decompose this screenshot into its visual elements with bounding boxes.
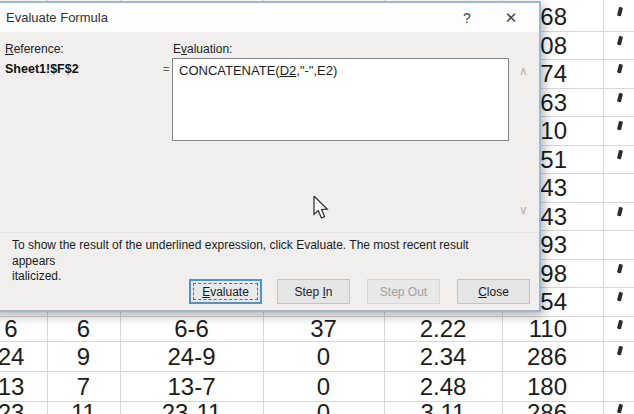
cell-value[interactable]: 7 xyxy=(47,372,120,402)
sheet-row: 24924-902.34286 xyxy=(0,342,634,372)
separator xyxy=(0,232,539,233)
screen: 6808746310514343939854 666-6372.22110249… xyxy=(0,0,634,414)
formula-text: CONCATENATE(D2,"-",E2) xyxy=(179,63,337,78)
evaluation-label: Evaluation: xyxy=(173,42,232,56)
mouse-cursor-icon xyxy=(313,196,333,222)
tick-mark xyxy=(617,292,623,302)
evaluate-formula-dialog: Evaluate Formula ? ✕ Reference: Evaluati… xyxy=(0,1,541,312)
cell-value[interactable]: 9 xyxy=(47,342,120,372)
tick-mark xyxy=(617,404,623,414)
cell-value[interactable]: 286 xyxy=(502,400,603,414)
tick-mark xyxy=(617,64,623,74)
dialog-help-text: To show the result of the underlined exp… xyxy=(12,238,504,285)
cell-value[interactable]: 0 xyxy=(263,372,384,402)
tick-mark xyxy=(617,121,623,131)
cell-value[interactable]: 6-6 xyxy=(120,316,263,342)
formula-underlined-ref: D2 xyxy=(280,63,297,78)
tick-mark xyxy=(617,149,623,159)
cell-value[interactable]: 2.48 xyxy=(384,372,502,402)
dialog-title: Evaluate Formula xyxy=(6,10,108,25)
evaluation-box[interactable]: CONCATENATE(D2,"-",E2) xyxy=(172,58,509,141)
evaluate-button[interactable]: Evaluate xyxy=(189,279,262,304)
cell-value[interactable]: 3.11 xyxy=(384,400,502,414)
tick-mark xyxy=(617,320,623,330)
step-in-button[interactable]: Step In xyxy=(277,279,350,304)
reference-label: Reference: xyxy=(5,42,64,56)
dialog-titlebar[interactable]: Evaluate Formula ? ✕ xyxy=(0,3,539,32)
scroll-down-icon[interactable]: ∨ xyxy=(519,203,528,217)
cell-value[interactable]: 6 xyxy=(0,316,47,342)
cell-value[interactable]: 0 xyxy=(263,400,384,414)
close-button[interactable]: Close xyxy=(457,279,530,304)
cell-value[interactable]: 23-11 xyxy=(120,400,263,414)
scroll-up-icon[interactable]: ∧ xyxy=(519,64,528,78)
cell-value[interactable]: 24 xyxy=(0,342,47,372)
cell-value[interactable]: 6 xyxy=(47,316,120,342)
reference-value: Sheet1!$F$2 xyxy=(5,62,79,76)
cell-value[interactable]: 24-9 xyxy=(120,342,263,372)
tick-mark xyxy=(617,263,623,273)
help-icon[interactable]: ? xyxy=(450,6,484,29)
cell-value[interactable]: 23 xyxy=(0,400,47,414)
cell-value[interactable]: 0 xyxy=(263,342,384,372)
close-icon[interactable]: ✕ xyxy=(494,6,528,29)
cell-value[interactable]: 2.22 xyxy=(384,316,502,342)
cell-value[interactable]: 110 xyxy=(502,316,603,342)
sheet-row: 666-6372.22110 xyxy=(0,316,634,342)
cell-value[interactable]: 180 xyxy=(502,372,603,402)
cell-value[interactable]: 13-7 xyxy=(120,372,263,402)
tick-mark xyxy=(617,92,623,102)
sheet-row: 231123-1103.11286 xyxy=(0,400,634,414)
sheet-row: 13713-702.48180 xyxy=(0,372,634,402)
cell-value[interactable]: 11 xyxy=(47,400,120,414)
tick-mark xyxy=(617,35,623,45)
cell-value[interactable]: 2.34 xyxy=(384,342,502,372)
cell-value[interactable]: 13 xyxy=(0,372,47,402)
cell-value[interactable]: 37 xyxy=(263,316,384,342)
cell-value[interactable]: 286 xyxy=(502,342,603,372)
equals-sign: = xyxy=(163,63,169,75)
step-out-button[interactable]: Step Out xyxy=(367,279,440,304)
tick-mark xyxy=(617,346,623,356)
tick-mark xyxy=(617,7,623,17)
tick-mark xyxy=(617,206,623,216)
